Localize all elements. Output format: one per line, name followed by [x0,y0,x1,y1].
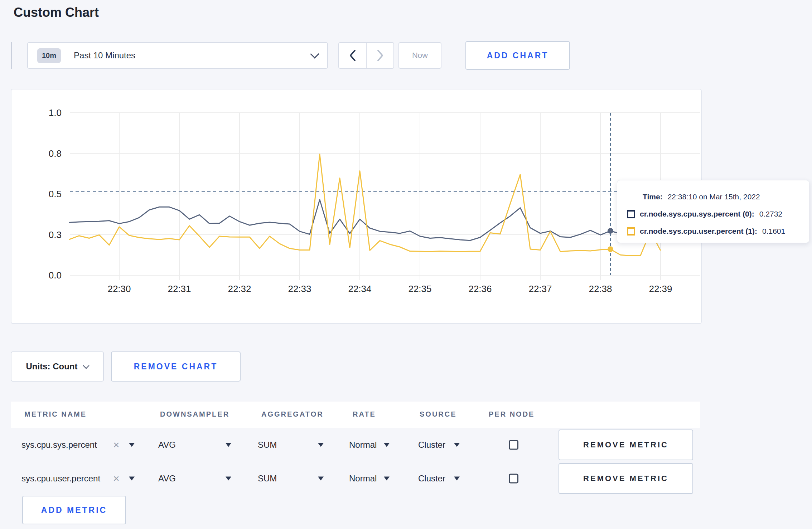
tooltip-series-value: 0.1601 [762,227,785,236]
aggregator-caret-icon[interactable] [318,477,324,481]
aggregator-value[interactable]: SUM [258,474,277,484]
units-dropdown[interactable]: Units: Count [11,351,104,382]
metric-dropdown-caret-icon[interactable] [129,443,135,447]
source-value[interactable]: Cluster [418,440,445,450]
header-downsampler: DOWNSAMPLER [160,410,229,418]
chart-svg[interactable]: 0.00.30.50.81.022:3022:3122:3222:3322:34… [11,89,702,324]
metric-dropdown-caret-icon[interactable] [129,477,135,481]
chevron-right-icon [376,49,384,62]
rate-value[interactable]: Normal [349,440,377,450]
metric-row: sys.cpu.sys.percent × AVG SUM Normal Clu… [11,428,700,462]
x-axis-tick-label: 22:30 [107,283,131,294]
toolbar-left-divider [11,42,12,69]
chevron-down-icon [310,49,319,58]
metrics-table-header: METRIC NAME DOWNSAMPLER AGGREGATOR RATE … [11,402,700,428]
x-axis-tick-label: 22:38 [589,283,612,294]
y-axis-tick-label: 0.5 [49,189,62,199]
time-range-badge: 10m [37,48,61,63]
aggregator-value[interactable]: SUM [258,440,277,450]
x-axis-tick-label: 22:34 [348,283,371,294]
source-value[interactable]: Cluster [418,474,445,484]
tooltip-time-label: Time: [643,193,663,201]
aggregator-caret-icon[interactable] [318,443,324,447]
add-chart-label: ADD CHART [487,51,549,60]
hover-point-dot [608,228,613,234]
downsampler-caret-icon[interactable] [226,477,231,481]
header-rate: RATE [353,410,376,418]
tooltip-series-value: 0.2732 [759,210,782,218]
x-axis-tick-label: 22:37 [528,283,552,294]
source-caret-icon[interactable] [454,443,460,447]
y-axis-tick-label: 0.0 [49,270,62,281]
remove-chart-button[interactable]: REMOVE CHART [111,351,241,382]
add-metric-button[interactable]: ADD METRIC [22,496,126,524]
time-nav-group [338,42,394,69]
units-label: Units: Count [26,361,78,372]
tooltip-series-row: cr.node.sys.cpu.user.percent (1): 0.1601 [627,223,809,240]
remove-metric-button[interactable]: REMOVE METRIC [559,463,693,494]
tooltip-series-name: cr.node.sys.cpu.user.percent (1): [640,227,757,236]
per-node-checkbox[interactable] [509,440,518,450]
x-axis-tick-label: 22:32 [228,283,251,294]
x-axis-tick-label: 22:36 [468,283,492,294]
remove-metric-x-icon[interactable]: × [113,473,120,484]
add-chart-button[interactable]: ADD CHART [465,41,570,70]
x-axis-tick-label: 22:39 [649,283,672,294]
y-axis-tick-label: 0.8 [49,148,62,159]
downsampler-caret-icon[interactable] [226,443,231,447]
chevron-down-icon [83,362,90,369]
metric-row: sys.cpu.user.percent × AVG SUM Normal Cl… [11,462,700,495]
prev-range-button[interactable] [339,43,366,68]
x-axis-tick-label: 22:33 [288,283,311,294]
y-axis-tick-label: 0.3 [49,229,62,240]
tooltip-series-row: cr.node.sys.cpu.sys.percent (0): 0.2732 [627,205,809,223]
remove-chart-label: REMOVE CHART [134,362,218,372]
header-metric-name: METRIC NAME [24,410,87,418]
page-title: Custom Chart [14,5,99,20]
downsampler-value[interactable]: AVG [158,440,176,450]
metric-name: sys.cpu.user.percent [21,474,100,484]
header-aggregator: AGGREGATOR [261,410,324,418]
tooltip-time-row: Time: 22:38:10 on Mar 15th, 2022 [627,188,809,205]
custom-chart-page: Custom Chart 10m Past 10 Minutes Now ADD… [0,0,812,529]
now-button[interactable]: Now [398,42,441,69]
per-node-checkbox[interactable] [509,474,518,484]
source-caret-icon[interactable] [454,477,460,481]
time-range-dropdown[interactable]: 10m Past 10 Minutes [27,42,328,69]
series-line [69,154,661,256]
hover-point-dot [608,246,613,252]
remove-metric-button[interactable]: REMOVE METRIC [559,429,693,460]
tooltip-time-value: 22:38:10 on Mar 15th, 2022 [668,193,760,201]
tooltip-series-name: cr.node.sys.cpu.sys.percent (0): [640,210,754,218]
next-range-button[interactable] [367,43,393,68]
chart-hover-tooltip: Time: 22:38:10 on Mar 15th, 2022 cr.node… [617,180,809,243]
chevron-left-icon [349,49,357,62]
sys-series-swatch-icon [627,210,635,218]
x-axis-tick-label: 22:31 [168,283,191,294]
header-per-node: PER NODE [489,410,535,418]
rate-caret-icon[interactable] [384,477,390,481]
remove-metric-label: REMOVE METRIC [583,440,668,450]
metric-name: sys.cpu.sys.percent [21,440,97,450]
add-metric-label: ADD METRIC [41,505,107,515]
rate-value[interactable]: Normal [349,474,377,484]
remove-metric-label: REMOVE METRIC [583,474,668,483]
remove-metric-x-icon[interactable]: × [113,440,120,450]
y-axis-tick-label: 1.0 [49,107,62,118]
header-source: SOURCE [420,410,457,418]
x-axis-tick-label: 22:35 [408,283,431,294]
rate-caret-icon[interactable] [384,443,390,447]
user-series-swatch-icon [627,227,635,236]
downsampler-value[interactable]: AVG [158,474,176,484]
now-button-label: Now [412,51,428,60]
time-range-label: Past 10 Minutes [74,50,135,60]
